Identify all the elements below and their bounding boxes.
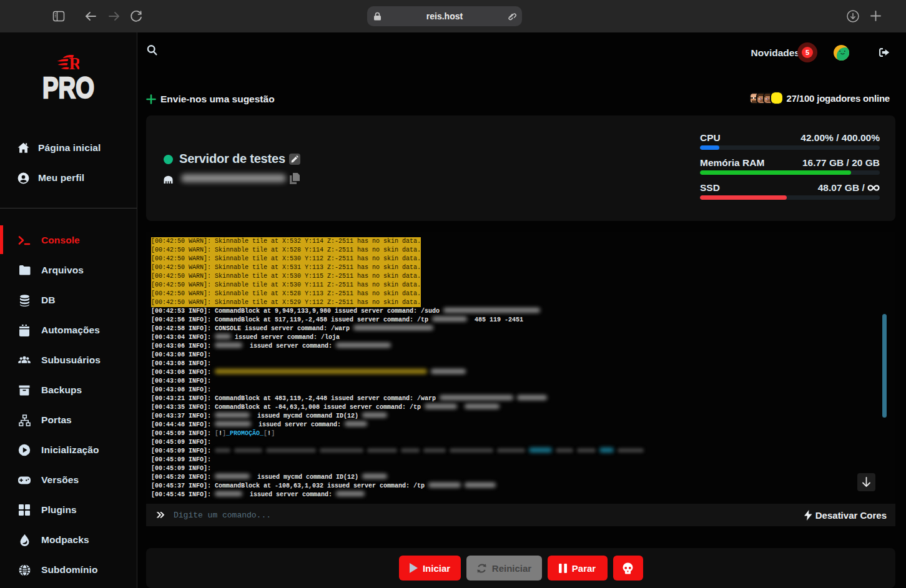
svg-text:PRO: PRO (42, 74, 94, 100)
svg-text:R: R (69, 54, 80, 71)
